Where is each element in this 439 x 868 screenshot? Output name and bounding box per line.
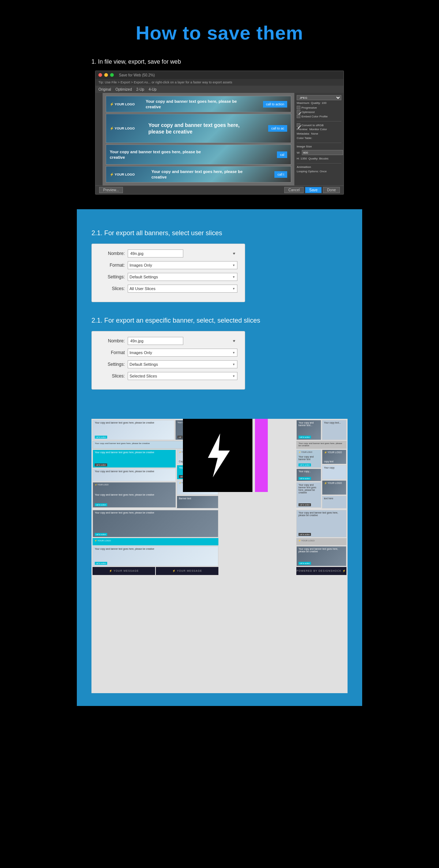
menu-item-original[interactable]: Original — [98, 87, 111, 91]
settings-row-2: Settings: Default Settings — [99, 360, 237, 368]
cb-r-3-3: Your copy and banner text goes here, ple… — [296, 482, 321, 508]
ps-done-button[interactable]: Done — [323, 187, 340, 193]
msg-bar-1: ⚡ YOUR MESSAGE — [93, 567, 155, 575]
menu-item-4up[interactable]: 4-Up — [149, 87, 157, 91]
cb-3-2: Your copy and banner text goes here, ple… — [93, 469, 176, 481]
banner-text-1: Your copy and banner text goes here, ple… — [146, 99, 252, 109]
nombre-label-1: Nombre: — [99, 251, 125, 256]
msg-bar-3: POWERED BY DESIGNSHOCK ⚡ — [296, 567, 346, 575]
cb-r-3: Your copy and banner text goes here, ple… — [296, 441, 346, 449]
slices-label-1: Slices: — [99, 286, 125, 291]
svg-marker-0 — [208, 433, 230, 477]
slices-select-wrapper-2[interactable]: Selected Slices — [128, 372, 237, 380]
settings-label-1: Settings: — [99, 274, 125, 279]
format-row-2: Format Images Only — [99, 349, 237, 357]
cb-r-4-3: ⚡ YOUR LOGO — [322, 480, 347, 495]
lightning-icon — [201, 433, 234, 477]
center-logo-block — [183, 419, 256, 496]
ps-maximize-dot[interactable] — [110, 73, 114, 77]
banner-cta-2: call to ac — [268, 125, 287, 132]
settings-row-1: Settings: Default Settings — [99, 273, 237, 281]
cb-r-3-2: Your copy... call to action — [296, 469, 321, 481]
format-select-wrapper-1[interactable]: Images Only — [128, 261, 237, 269]
cb-r-4-1: ⚡ YOUR LOGO copy text — [322, 450, 347, 464]
format-label-1: Format: — [99, 263, 125, 268]
ps-width-input[interactable] — [302, 150, 343, 155]
cb-r-med: Your copy and banner text goes here, ple… — [296, 546, 346, 566]
banner-preview-2: ⚡ YOUR LOGO Your copy and banner text go… — [106, 114, 291, 143]
nombre-row-1: Nombre: ▼ — [99, 249, 237, 258]
settings-label-2: Settings: — [99, 362, 125, 367]
step2-1-label: 2.1. For export all banners, select user… — [91, 229, 348, 237]
nombre-select-wrapper-2[interactable]: ▼ — [128, 337, 237, 345]
menu-item-2up[interactable]: 2-Up — [136, 87, 144, 91]
menu-item-optimized[interactable]: Optimized — [115, 87, 132, 91]
collage-r-row-1: Your copy and banner text... call to act… — [296, 420, 346, 440]
cb-4-4: Banner text — [177, 496, 218, 508]
banner-logo-1: ⚡ YOUR LOGO — [110, 102, 135, 106]
banner-logo-4: ⚡ YOUR LOGO — [110, 173, 135, 176]
slices-select-1[interactable]: All User Slices — [128, 285, 237, 293]
banner-cta-3: cal — [277, 151, 287, 158]
cb-r-large: Your copy and banner text goes here, ple… — [296, 510, 346, 537]
cb-r-4-4: text here — [322, 496, 347, 508]
ps-cancel-button[interactable]: Cancel — [284, 187, 304, 193]
step1-label: 1. In file view, export, save for web — [91, 59, 348, 65]
slices-label-2: Slices: — [99, 373, 125, 379]
ps-preview-button[interactable]: Preview... — [99, 187, 123, 193]
banner-cta-1: call to action — [263, 101, 287, 108]
step2-2-label: 2.1. For export an especific banner, sel… — [91, 317, 348, 324]
ps-format-select[interactable]: JPEG — [297, 95, 341, 100]
cb-r-2: Your copy text... — [322, 420, 347, 440]
cb-r-3-1: ⚡ YOUR LOGO Your copy and banner text ca… — [296, 450, 321, 468]
cb-1-1: Your copy and banner text goes here, ple… — [93, 420, 175, 440]
ps-bottom-bar: Preview... Cancel Save Done — [95, 185, 344, 194]
format-select-1[interactable]: Images Only — [128, 261, 237, 269]
ps-close-dot[interactable] — [98, 73, 102, 77]
msg-bar-2: ⚡ YOUR MESSAGE — [156, 567, 218, 575]
settings-select-2[interactable]: Default Settings — [128, 360, 237, 368]
cb-r-bar: ⚡ YOUR LOGO — [296, 538, 346, 545]
settings-select-wrapper-1[interactable]: Default Settings — [128, 273, 237, 281]
ps-progressive-check[interactable] — [297, 106, 300, 109]
ps-canvas: ⚡ YOUR LOGO Your copy and banner text go… — [103, 93, 294, 185]
cb-r-1: Your copy and banner text... call to act… — [296, 420, 321, 440]
banner-preview-3: Your copy and banner text goes here, ple… — [106, 144, 291, 165]
ps-titlebar: Save for Web (50.2%) — [95, 71, 344, 79]
settings-select-wrapper-2[interactable]: Default Settings — [128, 360, 237, 368]
slices-select-2[interactable]: Selected Slices — [128, 372, 237, 380]
ps-convert-check[interactable]: ✓ — [297, 123, 300, 127]
ps-main-area: ⚡ YOUR LOGO Your copy and banner text go… — [95, 93, 344, 185]
format-label-2: Format — [99, 350, 125, 355]
nombre-input-1[interactable] — [128, 249, 183, 258]
cb-medium-2: Your copy and banner text goes here, ple… — [93, 546, 218, 566]
nombre-input-2[interactable] — [128, 337, 183, 345]
page-title: How to save them — [91, 11, 348, 51]
banner-preview-1: ⚡ YOUR LOGO Your copy and banner text go… — [106, 96, 291, 112]
settings-select-1[interactable]: Default Settings — [128, 273, 237, 281]
ps-window-title: Save for Web (50.2%) — [119, 73, 155, 77]
logo-black-bg — [183, 419, 252, 492]
nombre-row-2: Nombre: ▼ — [99, 337, 237, 345]
ps-embed-check[interactable] — [297, 114, 300, 118]
pink-accent-stripe — [255, 419, 268, 492]
ps-minimize-dot[interactable] — [104, 73, 108, 77]
cb-3-1: Your copy and banner text goes here, ple… — [93, 450, 176, 468]
cb-large-1: Your copy and banner text goes here, ple… — [93, 510, 218, 537]
format-select-2[interactable]: Images Only — [128, 349, 237, 357]
banner-text-4: Your copy and banner text goes here, ple… — [151, 169, 258, 180]
export-dialog-2: Nombre: ▼ Format Images Only Settings: D… — [91, 331, 245, 390]
powered-by-label: POWERED BY DESIGNSHOCK ⚡ — [297, 570, 346, 572]
nombre-select-wrapper-1[interactable]: ▼ — [128, 249, 237, 258]
slices-select-wrapper-1[interactable]: All User Slices — [128, 285, 237, 293]
cb-r-4-2: Your copy — [322, 465, 347, 480]
collage-container: Your copy and banner text goes here, ple… — [91, 419, 348, 693]
banner-text-3: Your copy and banner text goes here, ple… — [110, 149, 216, 160]
ps-optimized-check[interactable]: ✓ — [297, 110, 300, 114]
ps-save-button[interactable]: Save — [305, 187, 322, 193]
banner-preview-4: ⚡ YOUR LOGO Your copy and banner text go… — [106, 166, 291, 183]
nombre-label-2: Nombre: — [99, 338, 125, 343]
ps-left-panel — [95, 93, 103, 185]
format-select-wrapper-2[interactable]: Images Only — [128, 349, 237, 357]
slices-row-2: Slices: Selected Slices — [99, 372, 237, 380]
